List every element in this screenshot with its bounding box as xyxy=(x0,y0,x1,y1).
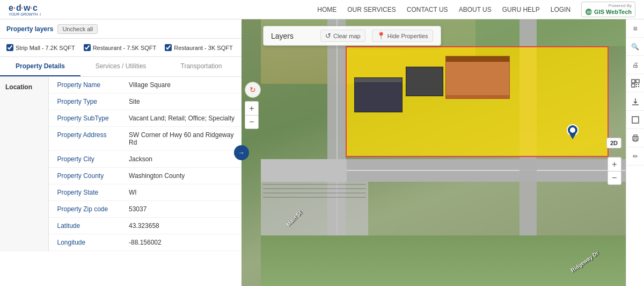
toolbar-search-button[interactable]: 🔍 xyxy=(626,38,645,56)
clear-map-icon: ↺ xyxy=(325,32,331,40)
zoom-out-right-button[interactable]: − xyxy=(608,171,621,185)
tab-services-utilities[interactable]: Services / Utilities xyxy=(80,57,161,76)
parking-line xyxy=(263,192,366,194)
nav-home[interactable]: HOME xyxy=(317,6,336,13)
zoom-in-button[interactable]: + xyxy=(245,101,259,115)
uncheck-all-button[interactable]: Uncheck all xyxy=(57,24,98,34)
property-county-label: Property County xyxy=(48,168,123,184)
checkbox-restaurant-75-input[interactable] xyxy=(84,44,91,51)
svg-rect-21 xyxy=(632,117,639,123)
2d-button[interactable]: 2D xyxy=(606,138,621,148)
gis-logo-text: GIS WebTech xyxy=(594,9,632,15)
print2-icon xyxy=(632,134,639,142)
checkbox-restaurant-3k-input[interactable] xyxy=(165,44,172,51)
svg-point-11 xyxy=(570,127,575,133)
property-layers-label: Property layers xyxy=(6,25,53,33)
property-name-value: Village Square xyxy=(123,77,241,94)
checkbox-restaurant-75[interactable]: Restaurant - 7.5K SQFT xyxy=(84,44,157,51)
toolbar-download-button[interactable] xyxy=(626,92,645,111)
svg-rect-13 xyxy=(632,80,635,83)
toolbar-print-button[interactable]: 🖨 xyxy=(626,56,645,74)
zoom-controls-right: + − xyxy=(608,157,621,185)
checkbox-strip-mall-input[interactable] xyxy=(6,44,13,51)
building-base-right xyxy=(446,95,509,98)
checkbox-restaurant-3k[interactable]: Restaurant - 3K SQFT xyxy=(165,44,232,51)
property-state-value: WI xyxy=(123,184,241,201)
map-area[interactable]: Main St Ridgeway Dr Layers ↺ Clear map 📍… xyxy=(241,19,644,286)
layers-overlay: Layers ↺ Clear map 📍 Hide Properties xyxy=(263,26,441,46)
property-type-label: Property Type xyxy=(48,94,123,110)
zoom-controls: + − xyxy=(245,101,259,129)
header: e · d · w · c YOUR GROWTH. OUR PASSION. … xyxy=(0,0,644,19)
map-pin xyxy=(567,124,579,142)
property-address-label: Property Address xyxy=(48,127,123,151)
checkbox-restaurant-3k-label: Restaurant - 3K SQFT xyxy=(174,45,232,51)
svg-rect-15 xyxy=(632,84,635,87)
building-center xyxy=(406,67,443,96)
panel-collapse-button[interactable]: → xyxy=(234,145,249,160)
checkbox-strip-mall[interactable]: Strip Mall - 7.2K SQFT xyxy=(6,44,75,51)
toolbar-menu-button[interactable]: ≡ xyxy=(626,19,645,38)
print-icon: 🖨 xyxy=(632,61,639,69)
nav-contact-us[interactable]: CONTACT US xyxy=(407,6,448,13)
compass-button[interactable]: ↻ xyxy=(245,82,261,98)
property-county-value: Washington County xyxy=(123,168,241,184)
nav-about-us[interactable]: ABOUT US xyxy=(459,6,492,13)
nav-guru-help[interactable]: GURU HELP xyxy=(502,6,540,13)
parking-line xyxy=(263,188,366,189)
toolbar-grid-button[interactable] xyxy=(626,74,645,92)
zoom-in-icon: + xyxy=(249,104,254,113)
left-panel: Property layers Uncheck all Strip Mall -… xyxy=(0,19,241,286)
minus-icon: − xyxy=(612,173,617,183)
zoom-in-right-button[interactable]: + xyxy=(608,157,621,171)
property-address-value: SW Corner of Hwy 60 and Ridgeway Rd xyxy=(123,127,241,151)
logo: e · d · w · c YOUR GROWTH. OUR PASSION. xyxy=(9,1,41,18)
property-state-label: Property State xyxy=(48,184,123,201)
download-icon xyxy=(632,98,639,105)
edit-icon: ✏ xyxy=(633,153,638,160)
gis-icon: GIS xyxy=(585,8,592,16)
gis-badge: Powered By GIS GIS WebTech xyxy=(581,2,635,17)
2d-label: 2D xyxy=(610,140,618,146)
property-name-label: Property Name xyxy=(48,77,123,94)
clear-map-button[interactable]: ↺ Clear map xyxy=(320,30,365,42)
menu-icon: ≡ xyxy=(633,24,637,33)
nav-our-services[interactable]: OUR SERVICES xyxy=(347,6,396,13)
latitude-label: Latitude xyxy=(48,218,123,234)
plus-icon: + xyxy=(612,160,617,169)
svg-text:e: e xyxy=(9,3,13,12)
svg-rect-17 xyxy=(638,84,639,85)
checkbox-restaurant-75-label: Restaurant - 7.5K SQFT xyxy=(93,45,157,51)
longitude-value: -88.156002 xyxy=(123,234,241,251)
svg-rect-14 xyxy=(636,80,639,83)
tab-transportation[interactable]: Transportation xyxy=(161,57,241,76)
qr-icon xyxy=(631,79,640,88)
checkbox-strip-mall-label: Strip Mall - 7.2K SQFT xyxy=(16,45,75,51)
svg-text:w: w xyxy=(23,3,31,12)
hide-properties-label: Hide Properties xyxy=(387,33,428,39)
property-zip-label: Property Zip code xyxy=(48,201,123,218)
building-roof-right xyxy=(446,56,509,62)
property-subtype-value: Vacant Land; Retail; Office; Specialty xyxy=(123,110,241,127)
tab-property-details[interactable]: Property Details xyxy=(0,57,80,76)
nav-login[interactable]: LOGIN xyxy=(551,6,570,13)
clear-map-label: Clear map xyxy=(333,33,361,39)
property-city-value: Jackson xyxy=(123,151,241,168)
svg-text:·: · xyxy=(21,4,23,12)
building-right xyxy=(445,56,510,99)
svg-text:·: · xyxy=(13,4,16,12)
tabs-bar: Property Details Services / Utilities Tr… xyxy=(0,57,241,77)
property-zip-value: 53037 xyxy=(123,201,241,218)
toolbar-edit-button[interactable]: ✏ xyxy=(626,147,645,166)
property-city-label: Property City xyxy=(48,151,123,168)
toolbar-print2-button[interactable] xyxy=(626,129,645,147)
layers-title: Layers xyxy=(271,32,314,40)
building-roof-left xyxy=(355,78,402,82)
lower-field xyxy=(261,235,626,286)
hide-properties-button[interactable]: 📍 Hide Properties xyxy=(372,30,433,42)
toolbar-layers-button[interactable] xyxy=(626,111,645,129)
zoom-out-button[interactable]: − xyxy=(245,115,259,129)
svg-text:GIS: GIS xyxy=(587,10,593,14)
zoom-out-icon: − xyxy=(249,117,254,127)
svg-text:c: c xyxy=(33,3,38,12)
